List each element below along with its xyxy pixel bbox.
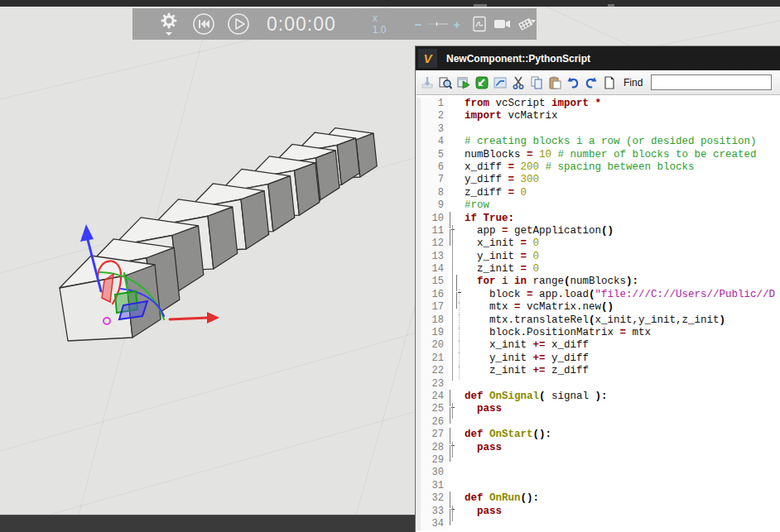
fold-gutter[interactable] xyxy=(448,416,465,429)
code-line[interactable]: 29 xyxy=(416,454,780,467)
code-line[interactable]: 15 for i in range(numBlocks): xyxy=(416,276,780,288)
code-line[interactable]: 1from vcScript import * xyxy=(416,98,780,110)
fold-gutter[interactable] xyxy=(448,199,465,212)
panel-collapse-handle[interactable] xyxy=(474,4,487,7)
copy-icon[interactable] xyxy=(530,76,543,89)
speed-decrease-button[interactable]: − xyxy=(414,17,421,31)
new-document-icon[interactable] xyxy=(603,76,616,89)
redo-icon[interactable] xyxy=(585,76,598,89)
fold-gutter[interactable] xyxy=(448,110,465,122)
code-text[interactable]: # creating blocks i a row (or desided po… xyxy=(465,136,780,148)
code-text[interactable]: numBlocks = 10 # number of blocks to be … xyxy=(465,149,780,161)
code-line[interactable]: 22 z_init += z_diff xyxy=(416,365,780,377)
rewind-button[interactable] xyxy=(192,12,215,36)
fold-gutter[interactable] xyxy=(448,365,465,377)
gizmo-z-axis-arrowhead[interactable] xyxy=(80,224,94,242)
fold-gutter[interactable] xyxy=(448,492,465,505)
snippets-icon[interactable] xyxy=(494,76,507,89)
code-line[interactable]: 3 xyxy=(416,123,780,136)
code-line[interactable]: 7y_diff = 300 xyxy=(416,174,780,186)
code-line[interactable]: 17 mtx = vcMatrix.new() xyxy=(416,301,780,314)
fold-gutter[interactable] xyxy=(448,352,465,365)
fold-gutter[interactable] xyxy=(448,391,465,403)
code-text[interactable]: pass xyxy=(465,506,780,518)
fold-gutter[interactable] xyxy=(448,98,465,110)
code-text[interactable]: z_diff = 0 xyxy=(465,187,780,199)
speed-slider[interactable] xyxy=(426,17,449,31)
code-line[interactable]: 10if True: xyxy=(416,213,780,225)
simulation-settings-button[interactable] xyxy=(159,12,179,36)
fold-gutter[interactable] xyxy=(448,429,465,441)
code-text[interactable]: mtx = vcMatrix.new() xyxy=(465,301,780,314)
code-text[interactable]: pass xyxy=(465,442,780,454)
check-script-icon[interactable] xyxy=(439,76,452,89)
fold-gutter[interactable] xyxy=(448,149,465,161)
code-text[interactable]: from vcScript import * xyxy=(465,98,780,110)
code-line[interactable]: 12 x_init = 0 xyxy=(416,237,780,250)
code-text[interactable]: x_diff = 200 # spacing between blocks xyxy=(465,161,780,174)
code-text[interactable] xyxy=(465,416,780,429)
code-line[interactable]: 8z_diff = 0 xyxy=(416,187,780,199)
fold-gutter[interactable] xyxy=(448,327,465,339)
code-text[interactable] xyxy=(465,467,780,479)
fold-gutter[interactable] xyxy=(448,314,465,327)
gizmo-x-axis-line[interactable] xyxy=(170,318,209,319)
code-line[interactable]: 28 pass xyxy=(416,442,780,454)
code-line[interactable]: 14 z_init = 0 xyxy=(416,263,780,276)
fold-gutter[interactable] xyxy=(448,237,465,250)
code-line[interactable]: 9#row xyxy=(416,199,780,212)
code-line[interactable]: 5numBlocks = 10 # number of blocks to be… xyxy=(416,149,780,161)
code-text[interactable]: x_init += x_diff xyxy=(465,339,780,352)
fold-gutter[interactable] xyxy=(448,276,465,288)
render-animation-button[interactable] xyxy=(517,16,537,32)
code-line[interactable]: 19 block.PositionMatrix = mtx xyxy=(416,327,780,339)
pdf-export-button[interactable] xyxy=(472,16,487,32)
fold-gutter[interactable] xyxy=(448,506,465,518)
fold-gutter[interactable] xyxy=(448,518,465,530)
code-text[interactable]: def OnSignal( signal ): xyxy=(465,391,780,403)
record-video-button[interactable] xyxy=(494,17,512,31)
code-text[interactable] xyxy=(465,454,780,467)
code-text[interactable]: def OnRun(): xyxy=(465,492,780,505)
gizmo-x-axis-arrowhead[interactable] xyxy=(207,312,219,324)
fold-gutter[interactable] xyxy=(448,123,465,136)
find-input[interactable] xyxy=(651,74,772,90)
code-text[interactable]: y_init = 0 xyxy=(465,251,780,263)
fold-gutter[interactable] xyxy=(448,213,465,225)
fold-gutter[interactable] xyxy=(448,225,465,237)
code-line[interactable]: 11 app = getApplication() xyxy=(416,225,780,237)
panel-collapse-handle-2[interactable] xyxy=(608,4,614,7)
fold-gutter[interactable] xyxy=(448,136,465,148)
code-text[interactable]: pass xyxy=(465,403,780,415)
fold-gutter[interactable] xyxy=(448,289,465,301)
code-editor[interactable]: 1from vcScript import *2import vcMatrix3… xyxy=(416,95,780,532)
speed-increase-button[interactable]: + xyxy=(453,17,460,31)
fold-gutter[interactable] xyxy=(448,263,465,276)
fold-gutter[interactable] xyxy=(448,403,465,415)
play-button[interactable] xyxy=(227,12,250,36)
code-text[interactable]: #row xyxy=(465,199,780,212)
code-text[interactable] xyxy=(465,123,780,136)
code-line[interactable]: 24def OnSignal( signal ): xyxy=(416,391,780,403)
fold-gutter[interactable] xyxy=(448,442,465,454)
run-script-icon[interactable] xyxy=(457,76,470,89)
code-text[interactable]: y_diff = 300 xyxy=(465,174,780,186)
cut-icon[interactable] xyxy=(512,76,525,89)
fold-gutter[interactable] xyxy=(448,251,465,263)
code-text[interactable]: def OnStart(): xyxy=(465,429,780,441)
code-line[interactable]: 31 xyxy=(416,480,780,492)
code-line[interactable]: 6x_diff = 200 # spacing between blocks xyxy=(416,161,780,174)
code-text[interactable]: mtx.translateRel(x_init,y_init,z_init) xyxy=(465,314,780,327)
fold-gutter[interactable] xyxy=(448,301,465,314)
fold-gutter[interactable] xyxy=(448,454,465,467)
code-text[interactable] xyxy=(465,378,780,391)
code-text[interactable]: if True: xyxy=(465,213,780,225)
export-script-icon[interactable] xyxy=(475,76,489,89)
code-line[interactable]: 16 block = app.load("file:///C://Users//… xyxy=(416,289,780,301)
code-line[interactable]: 30 xyxy=(416,467,780,479)
slider-handle[interactable] xyxy=(436,22,437,26)
code-line[interactable]: 27def OnStart(): xyxy=(416,429,780,441)
code-text[interactable] xyxy=(465,480,780,492)
code-text[interactable]: import vcMatrix xyxy=(465,110,780,122)
code-line[interactable]: 2import vcMatrix xyxy=(416,110,780,122)
